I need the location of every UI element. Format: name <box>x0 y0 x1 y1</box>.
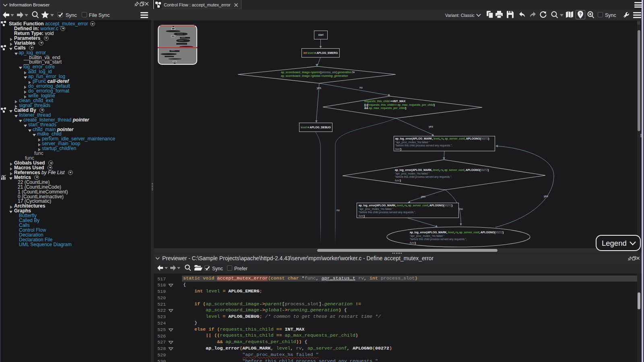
svg-text:?: ? <box>579 12 582 16</box>
